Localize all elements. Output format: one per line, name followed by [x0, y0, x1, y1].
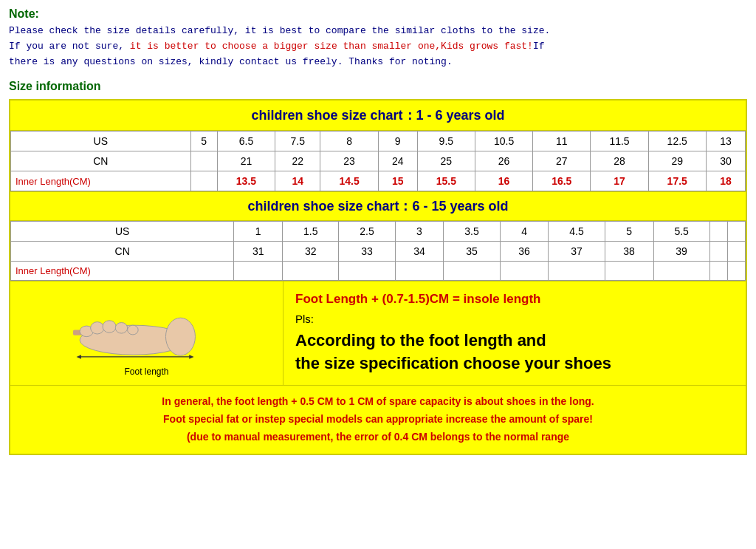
chart2-us-label: US — [11, 222, 234, 242]
chart2-cn-9 — [709, 242, 727, 262]
svg-point-6 — [127, 326, 138, 335]
chart1-cn-label: CN — [11, 151, 191, 171]
chart2-inner-2 — [339, 262, 395, 281]
foot-illustration — [73, 290, 221, 364]
chart1-cn-3: 23 — [320, 151, 378, 171]
chart1-us-6: 10.5 — [475, 132, 532, 151]
chart1-cn-8: 28 — [591, 151, 648, 171]
chart2-cn-8: 39 — [653, 242, 709, 262]
foot-formula: Foot Length + (0.7-1.5)CM = insole lengt… — [295, 292, 734, 307]
chart2-inner-7 — [605, 262, 653, 281]
chart2-inner-row: Inner Length(CM) — [11, 262, 746, 281]
note-line3: there is any questions on sizes, kindly … — [9, 56, 453, 67]
svg-point-4 — [103, 321, 116, 333]
chart2-cn-4: 35 — [444, 242, 500, 262]
chart2-table: US 1 1.5 2.5 3 3.5 4 4.5 5 5.5 CN 31 32 … — [10, 221, 746, 281]
chart2-inner-9 — [709, 262, 727, 281]
chart1-inner-8: 17 — [591, 171, 648, 191]
chart1-us-4: 9 — [378, 132, 417, 151]
chart2-inner-label: Inner Length(CM) — [11, 262, 234, 281]
chart1-us-3: 8 — [320, 132, 378, 151]
chart1-inner-0 — [190, 171, 217, 191]
foot-info-area: Foot Length + (0.7-1.5)CM = insole lengt… — [284, 282, 746, 385]
chart2-us-2: 2.5 — [339, 222, 395, 242]
foot-section: Foot length Foot Length + (0.7-1.5)CM = … — [10, 281, 746, 385]
chart2-inner-8 — [653, 262, 709, 281]
chart1-inner-5: 15.5 — [417, 171, 475, 191]
size-info-title: Size information — [9, 80, 747, 93]
chart1-inner-7: 16.5 — [533, 171, 591, 191]
chart1-cn-10: 30 — [706, 151, 745, 171]
chart1-cn-0 — [190, 151, 217, 171]
chart2-us-0: 1 — [234, 222, 283, 242]
chart2-us-5: 4 — [500, 222, 549, 242]
foot-description: According to the foot length andthe size… — [295, 330, 734, 375]
chart1-us-2: 7.5 — [275, 132, 320, 151]
note-title: Note: — [9, 7, 747, 21]
svg-point-7 — [165, 318, 195, 356]
svg-marker-10 — [189, 355, 193, 359]
chart2-cn-label: CN — [11, 242, 234, 262]
chart2-header: children shoe size chart：6 - 15 years ol… — [10, 191, 746, 221]
note-body: Please check the size details carefully,… — [9, 24, 747, 69]
chart1-us-1: 6.5 — [217, 132, 275, 151]
chart1-inner-9: 17.5 — [648, 171, 706, 191]
chart1-cn-7: 27 — [533, 151, 591, 171]
note-line2-black2: If — [533, 41, 545, 52]
bottom-note-line1: In general, the foot length + 0.5 CM to … — [22, 393, 734, 411]
chart2-inner-1 — [283, 262, 339, 281]
note-line2-black: If you are not sure, — [9, 41, 124, 52]
chart1-us-9: 12.5 — [648, 132, 706, 151]
chart2-cn-5: 36 — [500, 242, 549, 262]
chart1-us-10: 13 — [706, 132, 745, 151]
pls-label: Pls: — [295, 313, 734, 325]
note-line2-red: it is better to choose a bigger size tha… — [124, 41, 533, 52]
chart1-inner-row: Inner Length(CM) 13.5 14 14.5 15 15.5 16… — [11, 171, 746, 191]
chart1-table: US 5 6.5 7.5 8 9 9.5 10.5 11 11.5 12.5 1… — [10, 131, 746, 191]
foot-length-label: Foot length — [124, 366, 168, 377]
chart2-cn-1: 32 — [283, 242, 339, 262]
chart1-header: children shoe size chart：1 - 6 years old — [10, 100, 746, 131]
chart1-inner-6: 16 — [475, 171, 532, 191]
chart2-cn-10 — [727, 242, 745, 262]
chart1-cn-9: 29 — [648, 151, 706, 171]
chart2-cn-2: 33 — [339, 242, 395, 262]
chart2-cn-3: 34 — [395, 242, 444, 262]
chart1-cn-5: 25 — [417, 151, 475, 171]
chart2-us-10 — [727, 222, 745, 242]
chart1-us-8: 11.5 — [591, 132, 648, 151]
chart-container: children shoe size chart：1 - 6 years old… — [9, 99, 747, 454]
chart2-cn-0: 31 — [234, 242, 283, 262]
chart2-inner-10 — [727, 262, 745, 281]
chart1-cn-6: 26 — [475, 151, 532, 171]
chart1-us-5: 9.5 — [417, 132, 475, 151]
chart1-us-label: US — [11, 132, 191, 151]
chart2-inner-5 — [500, 262, 549, 281]
chart2-us-4: 3.5 — [444, 222, 500, 242]
chart1-inner-10: 18 — [706, 171, 745, 191]
chart2-us-3: 3 — [395, 222, 444, 242]
bottom-note-line2: Foot special fat or instep special model… — [22, 411, 734, 429]
chart2-cn-row: CN 31 32 33 34 35 36 37 38 39 — [11, 242, 746, 262]
chart1-cn-2: 22 — [275, 151, 320, 171]
chart1-cn-4: 24 — [378, 151, 417, 171]
chart1-us-row: US 5 6.5 7.5 8 9 9.5 10.5 11 11.5 12.5 1… — [11, 132, 746, 151]
note-line1: Please check the size details carefully,… — [9, 25, 550, 36]
foot-image-area: Foot length — [10, 282, 284, 385]
svg-point-5 — [115, 323, 127, 334]
chart1-cn-1: 21 — [217, 151, 275, 171]
bottom-note: In general, the foot length + 0.5 CM to … — [10, 385, 746, 453]
note-section: Note: Please check the size details care… — [9, 7, 747, 69]
chart2-inner-6 — [549, 262, 605, 281]
chart1-inner-label: Inner Length(CM) — [11, 171, 191, 191]
svg-marker-9 — [76, 355, 80, 359]
chart1-inner-4: 15 — [378, 171, 417, 191]
chart1-cn-row: CN 21 22 23 24 25 26 27 28 29 30 — [11, 151, 746, 171]
chart2-us-row: US 1 1.5 2.5 3 3.5 4 4.5 5 5.5 — [11, 222, 746, 242]
chart1-inner-2: 14 — [275, 171, 320, 191]
chart1-us-7: 11 — [533, 132, 591, 151]
chart2-us-8: 5.5 — [653, 222, 709, 242]
chart1-inner-3: 14.5 — [320, 171, 378, 191]
chart2-inner-0 — [234, 262, 283, 281]
chart2-cn-6: 37 — [549, 242, 605, 262]
